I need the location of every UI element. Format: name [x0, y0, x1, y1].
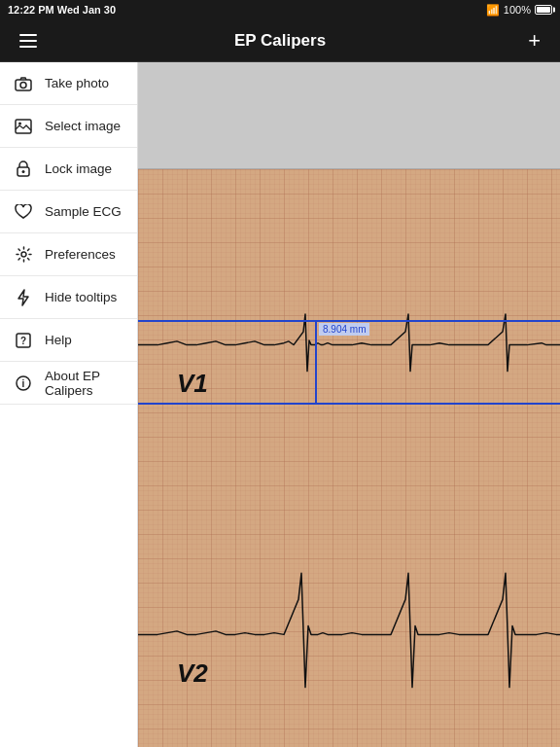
bolt-icon: [14, 288, 33, 307]
hamburger-icon: [19, 46, 37, 48]
image-icon: [14, 117, 33, 136]
sidebar-item-hide-tooltips[interactable]: Hide tooltips: [0, 276, 137, 319]
v2-label: V2: [177, 658, 208, 689]
sidebar-label: Select image: [45, 119, 121, 133]
svg-point-6: [21, 252, 26, 257]
sidebar: Take photo Select image Lock image: [0, 62, 138, 747]
svg-rect-0: [16, 80, 31, 90]
sidebar-item-help[interactable]: ? Help: [0, 319, 137, 362]
battery-label: 100%: [504, 4, 531, 16]
info-icon: i: [14, 374, 33, 393]
svg-point-1: [20, 82, 26, 88]
battery-icon: [535, 5, 552, 15]
lock-icon: [14, 160, 33, 179]
v1-label: V1: [177, 369, 208, 399]
nav-title: EP Calipers: [234, 31, 326, 51]
hamburger-icon: [19, 40, 37, 42]
status-indicators: 📶 100%: [486, 4, 552, 17]
sidebar-label: Lock image: [45, 161, 112, 176]
svg-text:?: ?: [20, 336, 26, 346]
sidebar-item-select-image[interactable]: Select image: [0, 105, 137, 148]
heart-icon: [14, 202, 33, 222]
sidebar-label: About EP Calipers: [45, 369, 123, 398]
ecg-grid: 8.904 mm V1 V2: [138, 169, 560, 747]
sidebar-item-about[interactable]: i About EP Calipers: [0, 362, 137, 405]
status-bar: 12:22 PM Wed Jan 30 📶 100%: [0, 0, 560, 19]
camera-icon: [14, 74, 33, 93]
main-layout: Take photo Select image Lock image: [0, 62, 560, 747]
status-time: 12:22 PM Wed Jan 30: [8, 4, 116, 16]
sidebar-item-preferences[interactable]: Preferences: [0, 233, 137, 276]
ecg-header: [138, 62, 560, 169]
sidebar-item-take-photo[interactable]: Take photo: [0, 62, 137, 105]
gear-icon: [14, 245, 33, 265]
nav-bar: EP Calipers +: [0, 19, 560, 62]
add-button[interactable]: +: [520, 20, 548, 61]
sidebar-label: Hide tooltips: [45, 290, 117, 304]
sidebar-item-lock-image[interactable]: Lock image: [0, 148, 137, 191]
sidebar-label: Help: [45, 333, 72, 347]
sidebar-label: Sample ECG: [45, 204, 122, 219]
sidebar-item-sample-ecg[interactable]: Sample ECG: [0, 191, 137, 233]
ecg-area[interactable]: 8.904 mm V1 V2: [138, 62, 560, 747]
sidebar-label: Take photo: [45, 76, 109, 90]
svg-point-5: [22, 170, 25, 173]
help-icon: ?: [14, 331, 33, 350]
wifi-icon: 📶: [486, 4, 500, 17]
menu-button[interactable]: [12, 26, 45, 55]
svg-text:i: i: [22, 378, 25, 389]
sidebar-label: Preferences: [45, 247, 116, 262]
svg-point-3: [18, 122, 21, 124]
hamburger-icon: [19, 34, 37, 36]
